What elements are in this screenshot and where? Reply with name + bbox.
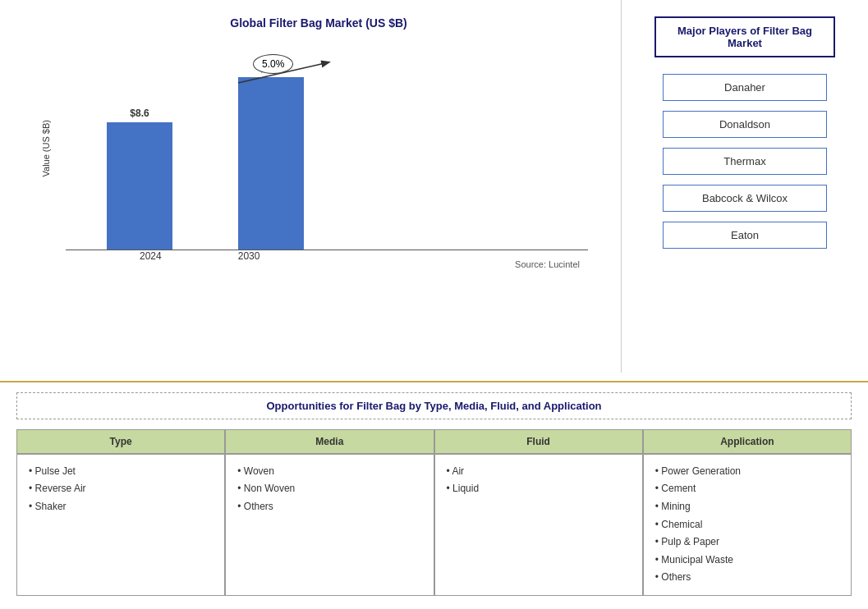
col-header-media: Media <box>225 429 434 454</box>
app-item-1: Power Generation <box>655 463 839 481</box>
chart-area: Global Filter Bag Market (US $B) Value (… <box>0 0 622 373</box>
player-item-4: Babcock & Wilcox <box>663 185 827 212</box>
col-application-items: Power Generation Cement Mining Chemical … <box>643 454 852 596</box>
opportunities-title: Opportunities for Filter Bag by Type, Me… <box>16 392 852 419</box>
app-item-5: Pulp & Paper <box>655 533 839 552</box>
y-axis-label: Value (US $B) <box>41 120 51 177</box>
cagr-bubble: 5.0% <box>253 54 293 74</box>
player-item-5: Eaton <box>663 222 827 249</box>
chart-title: Global Filter Bag Market (US $B) <box>230 16 406 30</box>
col-header-fluid: Fluid <box>434 429 643 454</box>
col-media-items: Woven Non Woven Others <box>225 454 434 596</box>
media-item-1: Woven <box>237 463 421 481</box>
type-item-3: Shaker <box>29 498 213 516</box>
player-item-2: Donaldson <box>663 111 827 138</box>
col-type-items: Pulse Jet Reverse Air Shaker <box>16 454 225 596</box>
opportunities-header-row: Type Media Fluid Application <box>16 429 852 454</box>
app-item-2: Cement <box>655 480 839 498</box>
bar-2024 <box>107 122 172 250</box>
fluid-item-2: Liquid <box>447 480 631 498</box>
top-section: Global Filter Bag Market (US $B) Value (… <box>0 0 868 382</box>
bottom-section: Opportunities for Filter Bag by Type, Me… <box>0 382 868 609</box>
media-item-2: Non Woven <box>237 480 421 498</box>
x-label-2024: 2024 <box>140 250 162 262</box>
x-label-2030: 2030 <box>238 250 260 262</box>
right-panel: Major Players of Filter Bag Market Danah… <box>622 0 868 373</box>
col-header-application: Application <box>643 429 852 454</box>
x-axis-labels: 2024 2030 <box>57 250 596 262</box>
app-item-7: Others <box>655 569 839 587</box>
type-item-2: Reverse Air <box>29 480 213 498</box>
bar-group-2024: $8.6 <box>107 108 172 250</box>
opportunities-body-row: Pulse Jet Reverse Air Shaker Woven Non W… <box>16 454 852 596</box>
players-title: Major Players of Filter Bag Market <box>654 16 835 57</box>
player-item-1: Danaher <box>663 74 827 101</box>
fluid-item-1: Air <box>447 463 631 481</box>
media-item-3: Others <box>237 498 421 516</box>
col-header-type: Type <box>16 429 225 454</box>
app-item-3: Mining <box>655 498 839 516</box>
cagr-arrow-svg <box>57 54 596 103</box>
app-item-6: Municipal Waste <box>655 552 839 570</box>
col-fluid-items: Air Liquid <box>434 454 643 596</box>
type-item-1: Pulse Jet <box>29 463 213 481</box>
bar-value-2024: $8.6 <box>130 108 149 119</box>
main-container: Global Filter Bag Market (US $B) Value (… <box>0 0 868 609</box>
cagr-annotation: 5.0% <box>253 54 293 74</box>
player-item-3: Thermax <box>663 148 827 175</box>
app-item-4: Chemical <box>655 516 839 534</box>
